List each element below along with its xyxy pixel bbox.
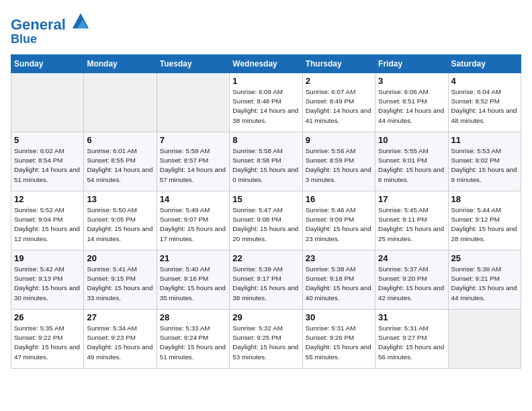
day-header-thursday: Thursday [302, 54, 375, 73]
day-info: Sunrise: 6:04 AM Sunset: 8:52 PM Dayligh… [451, 87, 518, 126]
calendar-table: SundayMondayTuesdayWednesdayThursdayFrid… [11, 54, 521, 369]
day-info: Sunrise: 5:41 AM Sunset: 9:15 PM Dayligh… [87, 265, 153, 303]
day-info: Sunrise: 5:46 AM Sunset: 9:09 PM Dayligh… [306, 205, 372, 244]
day-info: Sunrise: 5:39 AM Sunset: 9:17 PM Dayligh… [232, 265, 299, 303]
day-info: Sunrise: 6:01 AM Sunset: 8:55 PM Dayligh… [87, 146, 153, 185]
day-info: Sunrise: 6:09 AM Sunset: 8:48 PM Dayligh… [232, 87, 299, 126]
day-number: 31 [378, 312, 445, 322]
day-info: Sunrise: 5:31 AM Sunset: 9:26 PM Dayligh… [306, 324, 372, 362]
calendar-cell: 12 Sunrise: 5:52 AM Sunset: 9:04 PM Dayl… [11, 191, 84, 250]
day-info: Sunrise: 6:02 AM Sunset: 8:54 PM Dayligh… [14, 146, 81, 185]
day-info: Sunrise: 5:32 AM Sunset: 9:25 PM Dayligh… [232, 324, 299, 362]
calendar-cell: 7 Sunrise: 5:59 AM Sunset: 8:57 PM Dayli… [157, 132, 229, 191]
day-number: 15 [232, 194, 299, 204]
calendar-cell [448, 309, 521, 368]
day-info: Sunrise: 5:58 AM Sunset: 8:58 PM Dayligh… [232, 146, 299, 185]
logo-blue-text: Blue [11, 33, 90, 46]
day-info: Sunrise: 5:56 AM Sunset: 8:59 PM Dayligh… [306, 146, 372, 185]
calendar-cell: 18 Sunrise: 5:44 AM Sunset: 9:12 PM Dayl… [448, 191, 521, 250]
logo-text: General [11, 11, 90, 33]
day-info: Sunrise: 5:59 AM Sunset: 8:57 PM Dayligh… [160, 146, 226, 185]
day-info: Sunrise: 6:07 AM Sunset: 8:49 PM Dayligh… [306, 87, 372, 126]
page-header: General Blue [11, 11, 521, 46]
calendar-cell: 6 Sunrise: 6:01 AM Sunset: 8:55 PM Dayli… [84, 132, 157, 191]
week-row-1: 1 Sunrise: 6:09 AM Sunset: 8:48 PM Dayli… [11, 73, 521, 132]
calendar-cell: 21 Sunrise: 5:40 AM Sunset: 9:16 PM Dayl… [157, 250, 229, 309]
calendar-cell: 20 Sunrise: 5:41 AM Sunset: 9:15 PM Dayl… [84, 250, 157, 309]
day-number: 28 [160, 312, 226, 322]
day-number: 30 [306, 312, 372, 322]
calendar-cell: 2 Sunrise: 6:07 AM Sunset: 8:49 PM Dayli… [302, 73, 375, 132]
day-number: 19 [14, 253, 81, 263]
day-number: 14 [160, 194, 226, 204]
day-info: Sunrise: 5:31 AM Sunset: 9:27 PM Dayligh… [378, 324, 445, 362]
calendar-cell [11, 73, 84, 132]
calendar-cell: 5 Sunrise: 6:02 AM Sunset: 8:54 PM Dayli… [11, 132, 84, 191]
calendar-cell: 4 Sunrise: 6:04 AM Sunset: 8:52 PM Dayli… [448, 73, 521, 132]
day-header-tuesday: Tuesday [157, 54, 229, 73]
day-number: 27 [87, 312, 153, 322]
calendar-cell: 30 Sunrise: 5:31 AM Sunset: 9:26 PM Dayl… [302, 309, 375, 368]
day-number: 6 [87, 135, 153, 145]
day-number: 1 [232, 76, 299, 86]
calendar-header-row: SundayMondayTuesdayWednesdayThursdayFrid… [11, 54, 521, 73]
day-number: 26 [14, 312, 81, 322]
calendar-cell: 1 Sunrise: 6:09 AM Sunset: 8:48 PM Dayli… [230, 73, 302, 132]
calendar-cell: 10 Sunrise: 5:55 AM Sunset: 9:01 PM Dayl… [375, 132, 448, 191]
day-info: Sunrise: 5:42 AM Sunset: 9:13 PM Dayligh… [14, 265, 81, 303]
day-number: 16 [306, 194, 372, 204]
day-number: 21 [160, 253, 226, 263]
day-header-friday: Friday [375, 54, 448, 73]
calendar-cell [157, 73, 229, 132]
week-row-4: 19 Sunrise: 5:42 AM Sunset: 9:13 PM Dayl… [11, 250, 521, 309]
day-number: 7 [160, 135, 226, 145]
day-header-monday: Monday [84, 54, 157, 73]
day-number: 22 [232, 253, 299, 263]
day-info: Sunrise: 5:52 AM Sunset: 9:04 PM Dayligh… [14, 205, 81, 244]
calendar-cell [84, 73, 157, 132]
day-info: Sunrise: 5:38 AM Sunset: 9:18 PM Dayligh… [306, 265, 372, 303]
day-info: Sunrise: 5:33 AM Sunset: 9:24 PM Dayligh… [160, 324, 226, 362]
calendar-cell: 28 Sunrise: 5:33 AM Sunset: 9:24 PM Dayl… [157, 309, 229, 368]
day-info: Sunrise: 5:49 AM Sunset: 9:07 PM Dayligh… [160, 205, 226, 244]
calendar-body: 1 Sunrise: 6:09 AM Sunset: 8:48 PM Dayli… [11, 73, 521, 368]
day-number: 9 [306, 135, 372, 145]
calendar-cell: 17 Sunrise: 5:45 AM Sunset: 9:11 PM Dayl… [375, 191, 448, 250]
day-number: 29 [232, 312, 299, 322]
day-number: 23 [306, 253, 372, 263]
calendar-cell: 16 Sunrise: 5:46 AM Sunset: 9:09 PM Dayl… [302, 191, 375, 250]
week-row-3: 12 Sunrise: 5:52 AM Sunset: 9:04 PM Dayl… [11, 191, 521, 250]
day-info: Sunrise: 5:50 AM Sunset: 9:05 PM Dayligh… [87, 205, 153, 244]
calendar-cell: 29 Sunrise: 5:32 AM Sunset: 9:25 PM Dayl… [230, 309, 302, 368]
day-header-wednesday: Wednesday [230, 54, 302, 73]
calendar-cell: 14 Sunrise: 5:49 AM Sunset: 9:07 PM Dayl… [157, 191, 229, 250]
calendar-cell: 24 Sunrise: 5:37 AM Sunset: 9:20 PM Dayl… [375, 250, 448, 309]
logo-icon [71, 11, 90, 30]
day-number: 10 [378, 135, 445, 145]
calendar-cell: 23 Sunrise: 5:38 AM Sunset: 9:18 PM Dayl… [302, 250, 375, 309]
calendar-cell: 31 Sunrise: 5:31 AM Sunset: 9:27 PM Dayl… [375, 309, 448, 368]
day-number: 18 [451, 194, 518, 204]
day-info: Sunrise: 5:53 AM Sunset: 9:02 PM Dayligh… [451, 146, 518, 185]
calendar-cell: 26 Sunrise: 5:35 AM Sunset: 9:22 PM Dayl… [11, 309, 84, 368]
calendar-cell: 19 Sunrise: 5:42 AM Sunset: 9:13 PM Dayl… [11, 250, 84, 309]
day-info: Sunrise: 5:34 AM Sunset: 9:23 PM Dayligh… [87, 324, 153, 362]
logo: General Blue [11, 11, 90, 46]
day-info: Sunrise: 6:06 AM Sunset: 8:51 PM Dayligh… [378, 87, 445, 126]
day-info: Sunrise: 5:40 AM Sunset: 9:16 PM Dayligh… [160, 265, 226, 303]
calendar-cell: 3 Sunrise: 6:06 AM Sunset: 8:51 PM Dayli… [375, 73, 448, 132]
calendar-cell: 13 Sunrise: 5:50 AM Sunset: 9:05 PM Dayl… [84, 191, 157, 250]
week-row-5: 26 Sunrise: 5:35 AM Sunset: 9:22 PM Dayl… [11, 309, 521, 368]
day-number: 20 [87, 253, 153, 263]
calendar-cell: 15 Sunrise: 5:47 AM Sunset: 9:08 PM Dayl… [230, 191, 302, 250]
day-number: 25 [451, 253, 518, 263]
day-number: 24 [378, 253, 445, 263]
day-number: 2 [306, 76, 372, 86]
day-info: Sunrise: 5:37 AM Sunset: 9:20 PM Dayligh… [378, 265, 445, 303]
calendar-cell: 8 Sunrise: 5:58 AM Sunset: 8:58 PM Dayli… [230, 132, 302, 191]
calendar-cell: 9 Sunrise: 5:56 AM Sunset: 8:59 PM Dayli… [302, 132, 375, 191]
calendar-cell: 27 Sunrise: 5:34 AM Sunset: 9:23 PM Dayl… [84, 309, 157, 368]
day-number: 17 [378, 194, 445, 204]
day-number: 8 [232, 135, 299, 145]
day-info: Sunrise: 5:36 AM Sunset: 9:21 PM Dayligh… [451, 265, 518, 303]
